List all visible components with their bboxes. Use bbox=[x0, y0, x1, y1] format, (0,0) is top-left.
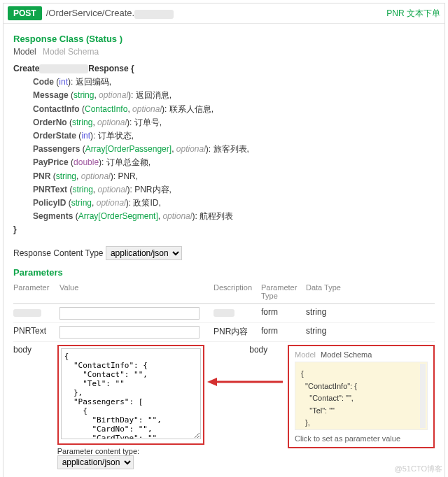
parameters-header-row: Parameter Value Description Parameter Ty… bbox=[13, 280, 435, 304]
redacted-segment bbox=[134, 10, 174, 19]
param-type: form bbox=[261, 326, 306, 336]
param-name-body: body bbox=[13, 345, 57, 355]
model-field: Message (string, optional): 返回消息, bbox=[23, 89, 435, 102]
endpoint-path-text: /OrderService/Create. bbox=[46, 8, 134, 18]
model-field: PolicyID (string, optional): 政策ID, bbox=[23, 197, 435, 210]
http-method-badge: POST bbox=[8, 6, 42, 20]
param-name-pnrtext: PNRText bbox=[13, 326, 59, 336]
param-input-pnrtext[interactable] bbox=[59, 326, 200, 339]
model-field: Segments (Array[OrderSegment], optional)… bbox=[23, 210, 435, 223]
redacted-param-name bbox=[13, 309, 41, 317]
model-sig: CreateResponse { bbox=[13, 62, 435, 76]
param-datatype: string bbox=[306, 326, 435, 336]
model-field: PNR (string, optional): PNR, bbox=[23, 170, 435, 183]
model-field: OrderState (int): 订单状态, bbox=[23, 129, 435, 143]
model-schema-json[interactable]: { "ContactInfo": { "Contact": "", "Tel":… bbox=[295, 362, 428, 430]
response-model: CreateResponse { Code (int): 返回编码,Messag… bbox=[13, 62, 435, 236]
param-datatype: string bbox=[306, 307, 435, 317]
model-field: Code (int): 返回编码, bbox=[23, 76, 435, 89]
model-field: PayPrice (double): 订单总金额, bbox=[23, 156, 435, 169]
param-content-type-select[interactable]: application/json bbox=[57, 455, 134, 469]
response-content-type-label: Response Content Type bbox=[13, 248, 104, 258]
watermark: @51CTO博客 bbox=[395, 464, 442, 474]
param-content-type-label: Parameter content type: bbox=[57, 447, 204, 455]
response-class-heading: Response Class (Status ) bbox=[13, 34, 435, 44]
operation-summary: PNR 文本下单 bbox=[386, 8, 440, 20]
model-close: } bbox=[13, 225, 17, 234]
svg-marker-1 bbox=[207, 378, 217, 386]
tab-model-schema-small[interactable]: Model Schema bbox=[321, 350, 372, 359]
highlight-datatype-panel: Model Model Schema { "ContactInfo": { "C… bbox=[288, 345, 435, 448]
param-type: body bbox=[249, 345, 292, 355]
schema-hint[interactable]: Click to set as parameter value bbox=[295, 434, 428, 443]
tab-model-small[interactable]: Model bbox=[295, 350, 316, 359]
annotation-arrow bbox=[207, 375, 284, 389]
model-field: ContactInfo (ContactInfo, optional): 联系人… bbox=[23, 103, 435, 116]
model-field: OrderNo (string, optional): 订单号, bbox=[23, 116, 435, 129]
redacted-desc bbox=[214, 309, 234, 317]
table-row-body: body Parameter content type: application… bbox=[13, 341, 435, 472]
table-row: form string bbox=[13, 304, 435, 322]
parameters-heading: Parameters bbox=[13, 267, 435, 278]
scrollbar[interactable] bbox=[420, 364, 426, 428]
highlight-body-value bbox=[57, 345, 204, 445]
param-input-1[interactable] bbox=[59, 307, 200, 320]
model-field: Passengers (Array[OrderPassenger], optio… bbox=[23, 143, 435, 156]
tab-model[interactable]: Model bbox=[13, 47, 36, 57]
response-content-type-select[interactable]: application/json bbox=[106, 246, 182, 260]
param-desc: PNR内容 bbox=[214, 326, 261, 338]
endpoint-path[interactable]: /OrderService/Create. bbox=[46, 8, 174, 18]
model-field: PNRText (string, optional): PNR内容, bbox=[23, 183, 435, 197]
param-type: form bbox=[261, 307, 306, 317]
table-row: PNRText PNR内容 form string bbox=[13, 322, 435, 341]
tab-model-schema[interactable]: Model Schema bbox=[43, 47, 99, 57]
param-textarea-body[interactable] bbox=[61, 348, 201, 439]
